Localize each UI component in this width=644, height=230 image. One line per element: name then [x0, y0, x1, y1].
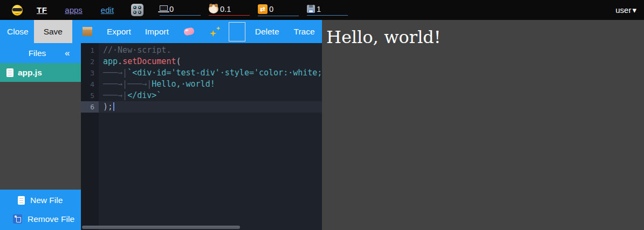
laptop-counter-value: 0	[169, 5, 174, 13]
line-number: 5	[81, 90, 99, 101]
code-editor[interactable]: 123456 //·New·script.app.setDocument(───…	[81, 43, 322, 230]
sunglasses-emoji-icon[interactable]	[12, 5, 23, 16]
code-line[interactable]: ───→|───→|Hello,·world!	[99, 79, 322, 90]
code-line[interactable]: );	[99, 101, 322, 113]
preview-heading: Hello, world!	[326, 27, 441, 47]
remove-file-button[interactable]: Remove File	[0, 212, 81, 227]
dice-icon[interactable]	[131, 4, 143, 16]
package-emoji-button[interactable]	[83, 27, 92, 36]
code-line[interactable]: //·New·script.	[99, 45, 322, 56]
floppy-icon	[307, 5, 315, 13]
blank-toolbar-button[interactable]	[229, 22, 245, 41]
apps-link[interactable]: apps	[65, 5, 83, 15]
text-cursor	[113, 102, 114, 111]
line-number: 4	[81, 79, 99, 90]
files-panel-header: Files «	[0, 43, 81, 63]
top-menu-bar: TF apps edit 0 0.1 0 1 user ▾	[0, 0, 644, 20]
export-button[interactable]: Export	[107, 27, 131, 37]
hamster-counter-field[interactable]: 0.1	[209, 4, 250, 16]
trace-button[interactable]: Trace	[294, 27, 315, 37]
editor-code[interactable]: //·New·script.app.setDocument(───→|`<div…	[99, 45, 322, 113]
horizontal-scrollbar-thumb[interactable]	[82, 226, 240, 229]
laptop-counter-field[interactable]: 0	[160, 5, 201, 16]
import-button[interactable]: Import	[145, 27, 169, 37]
code-line[interactable]: ───→|`<div·id='test-div'·style='color:·w…	[99, 67, 322, 79]
line-number: 6	[81, 101, 99, 113]
file-icon	[6, 68, 13, 77]
remove-file-label: Remove File	[28, 214, 74, 224]
new-file-icon	[18, 196, 25, 205]
editor-toolbar: Close Save Export Import Delete Trace	[0, 20, 322, 43]
new-file-label: New File	[30, 196, 63, 205]
save-button[interactable]: Save	[34, 20, 72, 43]
user-menu-label: user	[615, 5, 631, 15]
line-number: 3	[81, 67, 99, 79]
repeat-icon	[258, 4, 268, 14]
code-line[interactable]: ───→|</div>`	[99, 90, 322, 101]
floppy-counter-value: 1	[317, 5, 321, 13]
sparkles-emoji-button[interactable]	[210, 26, 221, 37]
user-menu[interactable]: user ▾	[615, 5, 636, 15]
edit-link[interactable]: edit	[101, 5, 114, 15]
file-name: app.js	[18, 68, 42, 78]
code-line[interactable]: app.setDocument(	[99, 56, 322, 67]
litter-bin-icon	[13, 214, 22, 224]
line-number: 2	[81, 56, 99, 67]
chevron-down-icon: ▾	[632, 5, 636, 15]
line-number: 1	[81, 45, 99, 56]
collapse-sidebar-button[interactable]: «	[65, 48, 81, 59]
editor-gutter: 123456	[81, 43, 99, 230]
laptop-icon	[160, 5, 168, 11]
files-panel-title: Files	[0, 48, 65, 58]
repeat-counter-value: 0	[269, 5, 273, 13]
document-preview-pane: Hello, world!	[322, 20, 644, 230]
sidebar-empty-area	[0, 82, 81, 190]
hamster-counter-value: 0.1	[220, 5, 231, 13]
brand-link[interactable]: TF	[37, 5, 47, 15]
sidebar-item-appjs[interactable]: app.js	[0, 63, 81, 82]
floppy-counter-field[interactable]: 1	[307, 5, 348, 16]
close-button[interactable]: Close	[7, 27, 29, 37]
new-file-button[interactable]: New File	[0, 193, 81, 208]
soap-emoji-button[interactable]	[183, 27, 195, 36]
sidebar-actions: New File Remove File	[0, 190, 81, 230]
hamster-icon	[209, 4, 218, 13]
repeat-counter-field[interactable]: 0	[258, 4, 299, 16]
delete-button[interactable]: Delete	[255, 27, 279, 37]
app-window: TF apps edit 0 0.1 0 1 user ▾ Close Save…	[0, 0, 644, 230]
